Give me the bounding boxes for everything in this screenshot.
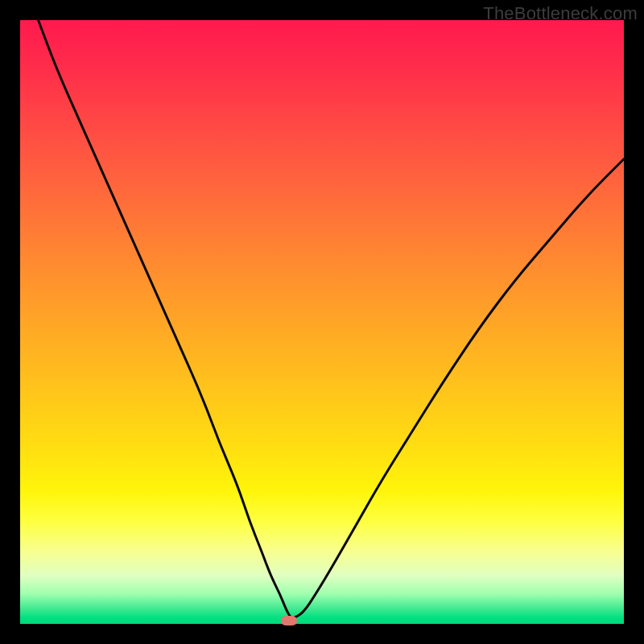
optimal-point-marker	[281, 616, 297, 625]
chart-frame: TheBottleneck.com	[0, 0, 644, 644]
bottleneck-curve	[20, 20, 624, 624]
watermark-text: TheBottleneck.com	[483, 3, 638, 24]
